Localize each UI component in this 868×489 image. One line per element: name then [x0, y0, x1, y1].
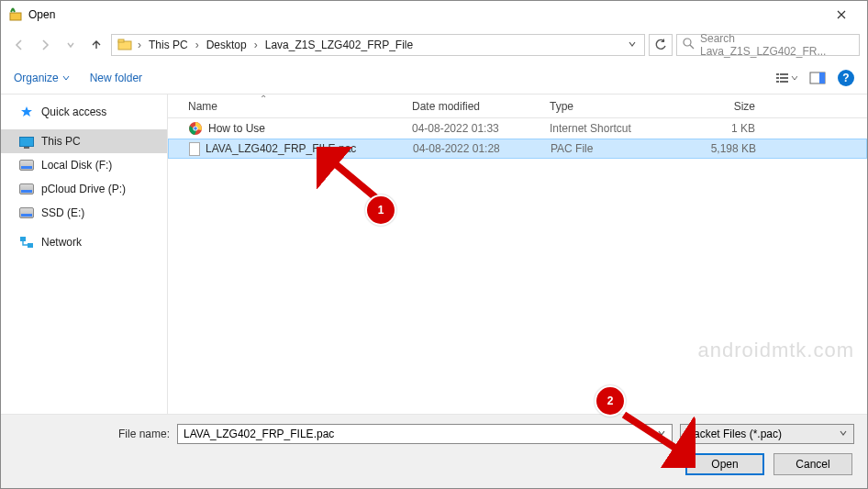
disk-icon	[19, 158, 34, 172]
filename-label: File name:	[14, 428, 170, 440]
up-button[interactable]	[85, 34, 107, 56]
crumb-sep: ›	[136, 39, 143, 51]
svg-marker-12	[21, 106, 32, 117]
organize-button[interactable]: Organize	[14, 72, 70, 84]
app-icon	[8, 6, 23, 24]
new-folder-button[interactable]: New folder	[90, 72, 142, 84]
toolbar: Organize New folder ?	[1, 61, 867, 94]
svg-rect-14	[28, 243, 33, 248]
svg-rect-6	[776, 77, 779, 79]
sidebar-item-ssd[interactable]: SSD (E:)	[1, 201, 167, 225]
svg-rect-0	[10, 13, 21, 20]
svg-point-17	[194, 127, 197, 130]
footer: File name: LAVA_LZG402_FRP_FILE.pac Pack…	[1, 414, 867, 488]
svg-rect-4	[776, 73, 779, 75]
window-title: Open	[28, 8, 823, 21]
address-bar[interactable]: › This PC › Desktop › Lava_Z1S_LZG402_FR…	[111, 34, 645, 56]
file-size: 1 KB	[671, 122, 762, 135]
file-pane: ⌃ Name Date modified Type Size How to Us…	[168, 94, 867, 414]
filetype-filter[interactable]: Packet Files (*.pac)	[680, 424, 854, 444]
titlebar: Open	[1, 1, 867, 28]
filename-dropdown[interactable]	[657, 428, 666, 440]
open-dialog: Open › This PC › Desktop › Lava_Z1S_LZG4…	[0, 0, 868, 489]
sort-indicator: ⌃	[260, 94, 267, 104]
crumb-folder[interactable]: Lava_Z1S_LZG402_FRP_File	[262, 37, 417, 53]
open-button[interactable]: Open	[685, 453, 764, 475]
crumb-this-pc[interactable]: This PC	[145, 37, 192, 53]
sidebar-item-network[interactable]: Network	[1, 230, 167, 254]
preview-pane-button[interactable]	[807, 69, 829, 87]
filter-dropdown[interactable]	[839, 428, 848, 440]
file-row[interactable]: How to Use 04-08-2022 01:33 Internet Sho…	[168, 118, 867, 139]
file-name: How to Use	[208, 122, 265, 135]
file-list: How to Use 04-08-2022 01:33 Internet Sho…	[168, 118, 867, 414]
column-headers[interactable]: ⌃ Name Date modified Type Size	[168, 94, 867, 118]
sidebar-item-quick-access[interactable]: Quick access	[1, 100, 167, 124]
file-row[interactable]: LAVA_LZG402_FRP_FILE.pac 04-08-2022 01:2…	[168, 139, 867, 159]
filter-value: Packet Files (*.pac)	[686, 428, 782, 440]
help-button[interactable]: ?	[838, 70, 854, 86]
nav-row: › This PC › Desktop › Lava_Z1S_LZG402_FR…	[1, 28, 867, 61]
file-type: Internet Shortcut	[542, 122, 671, 135]
svg-rect-11	[819, 72, 825, 83]
col-type[interactable]: Type	[542, 100, 671, 113]
col-date[interactable]: Date modified	[405, 100, 542, 113]
sidebar-item-this-pc[interactable]: This PC	[1, 129, 167, 153]
sidebar-item-label: pCloud Drive (P:)	[41, 183, 126, 195]
chrome-icon	[188, 121, 203, 136]
refresh-button[interactable]	[649, 34, 673, 56]
svg-rect-9	[780, 81, 788, 83]
file-type: PAC File	[543, 142, 672, 155]
svg-point-3	[684, 39, 691, 46]
cancel-button[interactable]: Cancel	[773, 453, 852, 475]
body: Quick access This PC Local Disk (F:) pCl…	[1, 94, 867, 414]
search-input[interactable]: Search Lava_Z1S_LZG402_FR...	[676, 34, 860, 56]
file-name: LAVA_LZG402_FRP_FILE.pac	[206, 142, 356, 155]
back-button[interactable]	[8, 34, 30, 56]
search-placeholder: Search Lava_Z1S_LZG402_FR...	[700, 32, 853, 58]
star-icon	[19, 105, 34, 119]
filename-value: LAVA_LZG402_FRP_FILE.pac	[184, 428, 334, 440]
folder-icon	[117, 38, 132, 53]
svg-rect-2	[118, 39, 124, 42]
file-size: 5,198 KB	[672, 142, 763, 155]
col-size[interactable]: Size	[671, 100, 762, 113]
sidebar-item-local-disk[interactable]: Local Disk (F:)	[1, 153, 167, 177]
filename-input[interactable]: LAVA_LZG402_FRP_FILE.pac	[177, 424, 673, 444]
sidebar-item-label: SSD (E:)	[41, 206, 84, 219]
forward-button[interactable]	[34, 34, 56, 56]
sidebar: Quick access This PC Local Disk (F:) pCl…	[1, 94, 168, 414]
file-date: 04-08-2022 01:33	[405, 122, 542, 135]
network-icon	[19, 235, 34, 250]
svg-rect-5	[780, 73, 788, 75]
file-icon	[189, 142, 200, 156]
close-button[interactable]	[823, 1, 860, 28]
sidebar-item-label: Quick access	[41, 106, 106, 118]
crumb-sep: ›	[252, 39, 260, 51]
svg-rect-7	[780, 77, 788, 79]
sidebar-item-label: Network	[41, 236, 82, 249]
recent-dropdown[interactable]	[60, 34, 82, 56]
crumb-desktop[interactable]: Desktop	[203, 37, 250, 53]
sidebar-item-label: This PC	[41, 135, 81, 148]
disk-icon	[19, 182, 34, 196]
monitor-icon	[19, 134, 34, 149]
col-name[interactable]: Name	[168, 100, 405, 113]
address-dropdown[interactable]	[624, 39, 640, 51]
sidebar-item-label: Local Disk (F:)	[41, 159, 112, 172]
sidebar-item-pcloud[interactable]: pCloud Drive (P:)	[1, 177, 167, 201]
svg-rect-13	[20, 237, 26, 241]
search-icon	[683, 38, 695, 52]
file-date: 04-08-2022 01:28	[406, 142, 543, 155]
view-button[interactable]	[775, 69, 797, 87]
disk-icon	[19, 206, 34, 220]
crumb-sep: ›	[194, 39, 201, 51]
svg-rect-8	[776, 81, 779, 83]
